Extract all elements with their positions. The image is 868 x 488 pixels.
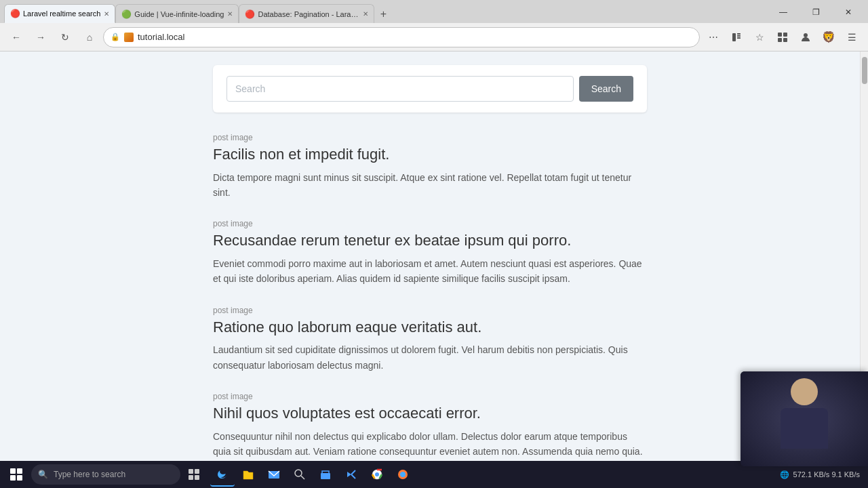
svg-rect-0 [732,33,736,41]
webcam-content [741,371,868,466]
svg-line-18 [351,470,355,474]
taskbar-edge-icon[interactable] [210,462,235,487]
site-favicon [124,33,134,42]
svg-rect-16 [321,473,330,479]
post-label: post image [213,219,647,228]
bookmark-button[interactable]: ☆ [749,26,770,48]
taskbar-search-icon[interactable] [288,462,312,487]
taskbar-firefox-icon[interactable] [391,462,415,487]
post-item: post image Recusandae rerum tenetur ex b… [213,219,647,286]
svg-line-15 [301,476,304,479]
post-item: post image Nihil quos voluptates est occ… [213,392,647,459]
start-button[interactable] [3,462,30,487]
collections-button[interactable] [772,26,793,48]
tab-vue-guide[interactable]: 🟢 Guide | Vue-infinite-loading ✕ [115,4,239,23]
post-title: Nihil quos voluptates est occaecati erro… [213,404,647,424]
tabs-row: 🔴 Laravel realtime search ✕ 🟢 Guide | Vu… [0,0,868,23]
svg-rect-1 [737,33,741,35]
nav-bar: ← → ↻ ⌂ 🔒 tutorial.local ⋯ ☆ [0,23,868,52]
window-controls: — ❐ ✕ [768,1,864,23]
taskbar-chrome-icon[interactable] [365,462,389,487]
tab-close-1[interactable]: ✕ [104,10,109,18]
browser-content: Search post image Facilis non et impedit… [0,52,868,461]
search-box: Search [213,65,647,113]
taskbar-search-placeholder: Type here to search [54,470,125,479]
svg-rect-10 [195,469,199,474]
tab-laravel-realtime[interactable]: 🔴 Laravel realtime search ✕ [4,4,115,23]
close-button[interactable]: ✕ [833,1,864,23]
svg-rect-5 [783,33,787,37]
tab-db-pagination[interactable]: 🔴 Database: Pagination - Laravel ✕ [239,4,374,23]
svg-marker-17 [347,472,351,477]
webcam-overlay [741,371,868,466]
maximize-button[interactable]: ❐ [800,1,831,23]
tab-close-2[interactable]: ✕ [227,10,233,18]
taskbar-items [210,462,415,487]
tab-favicon-1: 🔴 [10,9,20,18]
svg-rect-7 [783,38,787,42]
tab-close-3[interactable]: ✕ [363,10,368,18]
profile-button[interactable] [795,26,816,48]
brave-shield-button[interactable]: 🦁 [818,26,840,48]
sys-tray-text: 572.1 KB/s 9.1 KB/s [793,470,860,479]
scrollbar-thumb[interactable] [862,57,867,84]
tab-favicon-2: 🟢 [121,9,131,19]
address-bar[interactable]: 🔒 tutorial.local [103,27,700,47]
taskbar-mail-icon[interactable] [262,462,286,487]
person-head [791,378,818,405]
tab-label-3: Database: Pagination - Laravel [258,10,359,18]
search-input[interactable] [226,76,574,102]
svg-rect-12 [195,475,199,480]
svg-rect-6 [778,38,782,42]
taskbar: 🔍 Type here to search [0,461,868,488]
browser-menu-button[interactable]: ☰ [841,26,863,48]
post-body: Laudantium sit sed cupiditate dignissimo… [213,342,647,373]
sys-tray-icons: 🌐 572.1 KB/s 9.1 KB/s [780,470,860,479]
svg-point-21 [375,472,379,476]
minimize-button[interactable]: — [768,1,799,23]
network-icon: 🌐 [780,470,789,479]
browser-frame: 🔴 Laravel realtime search ✕ 🟢 Guide | Vu… [0,0,868,488]
search-row: Search [226,76,633,102]
svg-rect-3 [737,37,741,39]
tab-label-1: Laravel realtime search [23,9,100,18]
taskbar-vscode-icon[interactable] [339,462,363,487]
taskbar-search[interactable]: 🔍 Type here to search [31,464,180,485]
refresh-button[interactable]: ↻ [54,26,76,48]
reader-mode-button[interactable] [726,26,747,48]
svg-point-8 [804,33,808,37]
post-body: Dicta tempore magni sunt minus sit susci… [213,170,647,201]
content-container: Search post image Facilis non et impedit… [199,65,660,461]
post-label: post image [213,133,647,142]
tab-label-2: Guide | Vue-infinite-loading [134,10,224,18]
more-options-button[interactable]: ⋯ [703,26,724,48]
back-button[interactable]: ← [5,26,27,48]
windows-logo-icon [10,468,22,481]
nav-actions: ⋯ ☆ [703,26,863,48]
taskbar-search-icon: 🔍 [38,470,48,479]
post-label: post image [213,392,647,401]
new-tab-button[interactable]: + [374,5,392,23]
person-body [781,408,828,449]
svg-rect-2 [737,35,741,37]
svg-rect-4 [778,33,782,37]
post-item: post image Facilis non et impedit fugit.… [213,133,647,200]
task-view-button[interactable] [182,462,206,487]
post-body: Eveniet commodi porro maxime aut in labo… [213,256,647,287]
post-title: Ratione quo laborum eaque veritatis aut. [213,318,647,338]
home-button[interactable]: ⌂ [79,26,100,48]
svg-rect-9 [189,469,193,474]
svg-point-14 [295,470,302,476]
tab-favicon-3: 🔴 [245,9,254,19]
search-button[interactable]: Search [579,76,633,102]
taskbar-system-tray: 🌐 572.1 KB/s 9.1 KB/s [780,470,865,479]
svg-point-23 [400,472,406,477]
forward-button[interactable]: → [30,26,52,48]
taskbar-store-icon[interactable] [313,462,338,487]
svg-line-19 [351,474,355,479]
post-item: post image Ratione quo laborum eaque ver… [213,306,647,373]
post-title: Facilis non et impedit fugit. [213,145,647,165]
taskbar-explorer-icon[interactable] [236,462,260,487]
page-content: Search post image Facilis non et impedit… [0,52,860,461]
post-title: Recusandae rerum tenetur ex beatae ipsum… [213,231,647,251]
